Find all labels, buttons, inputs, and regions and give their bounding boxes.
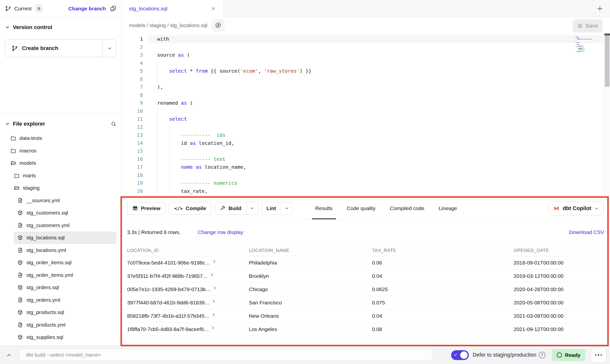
line-number: 13 (122, 131, 143, 139)
preview-label: Preview (141, 205, 160, 211)
cell-location-name: New Orleans (249, 313, 372, 319)
code-line (157, 43, 311, 51)
file-item-label: stg_orders.yml (26, 297, 60, 303)
file-tree: data-testsmacrosmodelsmartsstaging__sour… (5, 132, 117, 344)
file-item-label: marts (23, 173, 36, 179)
file-item-label: stg_products.yml (26, 322, 66, 328)
file-item-stg_customers.yml[interactable]: stg_customers.yml (14, 219, 117, 232)
create-branch-menu-button[interactable] (102, 40, 116, 57)
build-label: Build (229, 205, 242, 211)
code-line (157, 91, 311, 99)
lint-menu-button[interactable] (281, 202, 292, 215)
lint-label: Lint (267, 205, 276, 211)
code-line (157, 147, 311, 155)
chevron-right-icon[interactable] (212, 299, 216, 303)
preview-button[interactable]: Preview (127, 202, 166, 215)
file-item-stg_locations.sql[interactable]: stg_locations.sql (14, 232, 117, 244)
download-csv-link[interactable]: Download CSV (569, 229, 604, 235)
tab-stg-locations-sql[interactable]: stg_locations.sql (122, 0, 224, 17)
file-item-models[interactable]: models (7, 157, 117, 169)
cell-location-name: Chicago (249, 286, 372, 292)
table-header-row: LOCATION_ID LOCATION_NAME TAX_RATE OPENE… (122, 245, 610, 256)
defer-label: Defer to staging/production (473, 352, 536, 358)
cell-location-id: 3977f440-b87d-461b-9dd6-81839… (127, 300, 210, 306)
yml-file-icon (17, 222, 23, 228)
dbt-copilot-button[interactable]: dbt Copilot (548, 201, 604, 215)
file-item-label: macros (19, 148, 36, 154)
file-item-stg_orders.yml[interactable]: stg_orders.yml (14, 294, 117, 306)
scrollbar-top-marker (604, 33, 610, 35)
version-control-title: Version control (13, 24, 52, 31)
code-content[interactable]: withsource as ( select * from {{ source(… (157, 35, 311, 195)
ready-status-badge[interactable]: Ready (552, 349, 585, 361)
code-line: ---------- numerics (157, 179, 311, 187)
file-item-stg_products.sql[interactable]: stg_products.sql (14, 306, 117, 319)
chevron-right-icon[interactable] (212, 313, 216, 317)
breadcrumb-row: models / staging / stg_locations.sql Sav… (122, 17, 610, 33)
file-item-marts[interactable]: marts (10, 169, 117, 182)
lint-button[interactable]: Lint (261, 202, 292, 215)
table-body: 7c079cea-5ed4-4101-906e-9198c…Philadelph… (122, 256, 610, 336)
file-item-macros[interactable]: macros (7, 145, 117, 157)
tab-lineage[interactable]: Lineage (435, 197, 461, 219)
ellipsis-menu-button[interactable] (591, 348, 606, 363)
search-icon[interactable] (111, 121, 117, 127)
change-branch-link[interactable]: Change branch (68, 6, 106, 12)
yml-file-icon (17, 198, 23, 203)
line-number: 4 (122, 59, 143, 67)
code-line (157, 59, 311, 67)
build-menu-button[interactable] (246, 202, 258, 215)
copy-icon[interactable] (110, 5, 117, 12)
file-item-stg_order_items.sql[interactable]: stg_order_items.sql (14, 256, 117, 269)
file-item-stg_supplies.sql[interactable]: stg_supplies.sql (14, 331, 117, 344)
model-cube-icon (17, 235, 23, 241)
file-item-data-tests[interactable]: data-tests (7, 132, 117, 145)
yml-file-icon (17, 322, 23, 328)
chevron-right-icon[interactable] (213, 286, 217, 290)
line-number: 18 (122, 171, 143, 179)
code-line: renamed as ( (157, 99, 311, 107)
file-item-stg_orders.sql[interactable]: stg_orders.sql (14, 281, 117, 294)
file-item-stg_order_items.yml[interactable]: stg_order_items.yml (14, 269, 117, 281)
model-cube-icon (17, 334, 23, 340)
chevron-up-icon[interactable] (6, 352, 12, 358)
command-input[interactable]: dbt build --select <model_name> (19, 349, 432, 361)
chevron-right-icon[interactable] (211, 326, 215, 330)
file-item-__sources.yml[interactable]: __sources.yml (14, 194, 117, 207)
chevron-down-icon[interactable] (5, 121, 10, 126)
git-branch-icon (5, 5, 11, 12)
close-icon[interactable] (211, 6, 216, 11)
file-item-stg_products.yml[interactable]: stg_products.yml (14, 319, 117, 331)
editor-scrollbar (604, 33, 610, 197)
file-item-label: stg_locations.sql (26, 235, 65, 241)
folder-open-icon (10, 160, 16, 166)
chevron-down-icon[interactable] (5, 25, 10, 30)
chevron-right-icon[interactable] (212, 259, 216, 264)
copilot-logo-icon (553, 205, 560, 212)
code-editor[interactable]: 1234567891011121314151617181920 withsour… (122, 33, 610, 197)
change-row-display-link[interactable]: Change row display (198, 229, 243, 235)
plus-icon[interactable] (596, 5, 604, 12)
code-line: select * from {{ source('ecom', 'raw_sto… (157, 67, 311, 75)
file-item-stg_locations.yml[interactable]: stg_locations.yml (14, 244, 117, 257)
breadcrumb: models / staging / stg_locations.sql (129, 22, 207, 28)
copilot-label: dbt Copilot (563, 205, 591, 212)
build-button[interactable]: Build (215, 202, 258, 215)
chevron-down-icon (594, 206, 599, 211)
tab-results[interactable]: Results (311, 197, 337, 219)
defer-toggle[interactable] (451, 350, 469, 360)
tab-code-quality[interactable]: Code quality (343, 197, 380, 219)
cell-tax-rate: 0.08 (372, 326, 514, 332)
chevron-right-icon[interactable] (210, 273, 214, 277)
file-item-staging[interactable]: staging (10, 182, 117, 194)
create-branch-button[interactable]: Create branch (5, 39, 117, 57)
file-item-stg_customers.sql[interactable]: stg_customers.sql (14, 207, 117, 219)
scrollbar-thumb[interactable] (605, 35, 610, 87)
tab-compiled-code[interactable]: Compiled code (386, 197, 428, 219)
save-button[interactable]: Save (573, 19, 603, 33)
line-number: 14 (122, 139, 143, 147)
help-icon[interactable]: ? (539, 352, 545, 358)
compile-button[interactable]: </> Compile (169, 202, 211, 215)
compass-icon[interactable] (212, 19, 225, 32)
cell-opened-date: 2020-05-08T00:00:00 (514, 300, 610, 306)
